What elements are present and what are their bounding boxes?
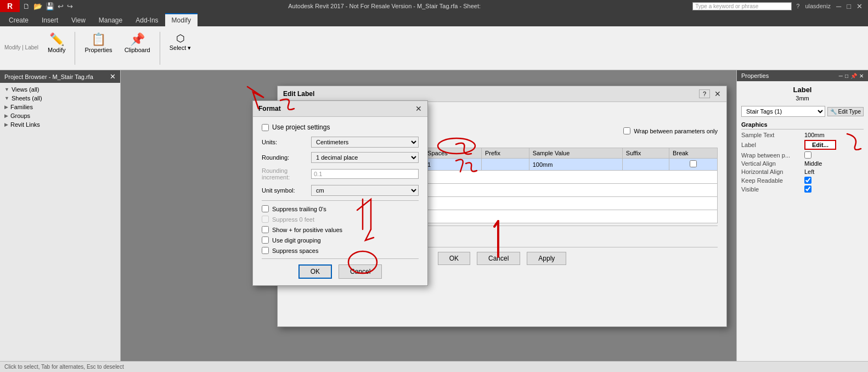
edit-label-ok-btn[interactable]: OK <box>438 252 470 265</box>
qa-redo[interactable]: ↪ <box>66 2 74 10</box>
col-sample: Sample Value <box>529 148 622 159</box>
qa-open[interactable]: 📂 <box>32 2 43 10</box>
wrap-check-row[interactable]: Wrap between parameters only <box>623 127 718 134</box>
prop-label-halign: Horizontal Align <box>741 168 804 175</box>
prop-label-valign: Vertical Align <box>741 160 804 167</box>
rounding-increment-input[interactable] <box>311 169 419 179</box>
maximize-btn[interactable]: □ <box>846 2 852 10</box>
wrap-checkbox[interactable] <box>623 127 630 134</box>
row-sample: 100mm <box>529 159 622 171</box>
show-positive-label: Show + for positive values <box>272 227 342 233</box>
units-select[interactable]: Centimeters <box>311 137 419 148</box>
close-btn[interactable]: ✕ <box>855 2 864 10</box>
prop-row-keepreadable[interactable]: Keep Readable <box>741 177 864 184</box>
status-text: Click to select, Tab for alternates, Esc… <box>4 364 124 370</box>
unit-symbol-label: Unit symbol: <box>262 187 311 194</box>
tree-item-groups[interactable]: ▶ Groups <box>2 111 118 120</box>
prop-value-valign: Middle <box>804 160 822 167</box>
ribbon-clipboard-btn[interactable]: 📌 Clipboard <box>120 30 155 67</box>
tab-insert[interactable]: Insert <box>35 14 65 26</box>
tab-addins[interactable]: Add-Ins <box>129 14 165 26</box>
ribbon-modify-btn[interactable]: ✏️ Modify <box>43 30 70 67</box>
edit-label-title: Edit Label <box>283 90 314 98</box>
unit-symbol-select[interactable]: cm <box>311 185 419 196</box>
tree-item-families[interactable]: ▶ Families <box>2 103 118 111</box>
break-checkbox[interactable] <box>690 160 697 167</box>
use-project-settings-row[interactable]: Use project settings <box>262 123 419 131</box>
prop-wrap-checkbox[interactable] <box>804 151 811 159</box>
user-btn[interactable]: ulasdeniz <box>804 2 831 10</box>
rounding-label: Rounding: <box>262 154 311 161</box>
suppress-trailing-checkbox[interactable] <box>262 205 269 212</box>
rounding-increment-label: Rounding increment: <box>262 167 311 181</box>
show-positive-row[interactable]: Show + for positive values <box>262 226 419 233</box>
digit-grouping-row[interactable]: Use digit grouping <box>262 236 419 244</box>
qa-save[interactable]: 💾 <box>44 2 55 10</box>
col-break: Break <box>669 148 717 159</box>
tab-create[interactable]: Create <box>2 14 35 26</box>
app-title: Autodesk Revit 2017 - Not For Resale Ver… <box>76 3 692 9</box>
col-prefix: Prefix <box>481 148 529 159</box>
prop-edit-label-btn[interactable]: Edit... <box>804 140 836 150</box>
tree-item-views[interactable]: ▼ Views (all) <box>2 85 118 94</box>
format-title: Format <box>258 105 281 112</box>
tab-view[interactable]: View <box>65 14 92 26</box>
qa-new[interactable]: 🗋 <box>22 2 31 10</box>
prop-pin[interactable]: 📌 <box>850 73 857 79</box>
wrap-label: Wrap between parameters only <box>634 128 718 134</box>
format-titlebar: Format ✕ <box>253 101 427 117</box>
col-spaces: Spaces <box>424 148 482 159</box>
format-cancel-btn[interactable]: Cancel <box>339 264 382 279</box>
edit-label-help[interactable]: ? <box>699 89 710 98</box>
prop-label-keepreadable: Keep Readable <box>741 177 804 184</box>
qa-undo[interactable]: ↩ <box>57 2 65 10</box>
edit-label-apply-btn[interactable]: Apply <box>527 252 566 265</box>
project-browser-close[interactable]: ✕ <box>110 72 116 81</box>
revit-logo[interactable]: R <box>0 0 20 12</box>
ribbon-properties-btn[interactable]: 📋 Properties <box>80 30 117 67</box>
edit-label-close[interactable]: ✕ <box>714 89 721 98</box>
prop-keepreadable-checkbox[interactable] <box>804 177 811 184</box>
show-positive-checkbox[interactable] <box>262 226 269 233</box>
tab-manage[interactable]: Manage <box>92 14 129 26</box>
prop-close[interactable]: ✕ <box>859 73 864 79</box>
format-ok-btn[interactable]: OK <box>298 264 332 279</box>
row-prefix[interactable] <box>481 159 529 171</box>
use-project-settings-checkbox[interactable] <box>262 124 269 131</box>
suppress-spaces-row[interactable]: Suppress spaces <box>262 247 419 254</box>
prop-minimize[interactable]: ─ <box>839 73 843 79</box>
format-close[interactable]: ✕ <box>415 104 422 113</box>
prop-row-sample-text: Sample Text 100mm <box>741 132 864 138</box>
suppress-0-feet-row: Suppress 0 feet <box>262 216 419 223</box>
row-spaces[interactable]: 1 <box>424 159 482 171</box>
prop-label-sample: Sample Text <box>741 132 804 138</box>
prop-row-visible[interactable]: Visible <box>741 185 864 193</box>
use-project-settings-label: Use project settings <box>272 123 330 131</box>
rounding-increment-row: Rounding increment: <box>262 167 419 181</box>
suppress-trailing-row[interactable]: Suppress trailing 0's <box>262 205 419 212</box>
prop-label-wrap: Wrap between p... <box>741 152 804 159</box>
tree-item-sheets[interactable]: ▼ Sheets (all) <box>2 94 118 103</box>
suppress-trailing-label: Suppress trailing 0's <box>272 206 326 212</box>
minimize-btn[interactable]: ─ <box>835 2 842 10</box>
prop-row-wrap[interactable]: Wrap between p... <box>741 151 864 159</box>
prop-maximize[interactable]: □ <box>845 73 848 79</box>
rounding-select[interactable]: 1 decimal place <box>311 152 419 163</box>
tree-item-revit-links[interactable]: ▶ Revit Links <box>2 120 118 129</box>
edit-label-cancel-btn[interactable]: Cancel <box>477 252 520 265</box>
prop-visible-checkbox[interactable] <box>804 185 811 193</box>
help-btn[interactable]: ? <box>795 2 801 10</box>
search-input-btn[interactable]: Type a keyword or phrase <box>692 2 792 10</box>
edit-type-icon: 🔧 <box>830 109 837 115</box>
row-suffix[interactable] <box>622 159 669 171</box>
tab-modify[interactable]: Modify <box>165 13 198 26</box>
row-break[interactable] <box>669 159 717 171</box>
edit-type-button[interactable]: 🔧 Edit Type <box>827 107 864 116</box>
suppress-spaces-checkbox[interactable] <box>262 247 269 254</box>
prop-value-halign: Left <box>804 168 814 175</box>
prop-label-label: Label <box>741 142 804 148</box>
digit-grouping-checkbox[interactable] <box>262 236 269 244</box>
prop-type-dropdown[interactable]: Stair Tags (1) <box>741 106 825 117</box>
prop-row-label: Label Edit... <box>741 140 864 150</box>
ribbon-select-btn[interactable]: ⬡ Select ▾ <box>165 30 196 67</box>
